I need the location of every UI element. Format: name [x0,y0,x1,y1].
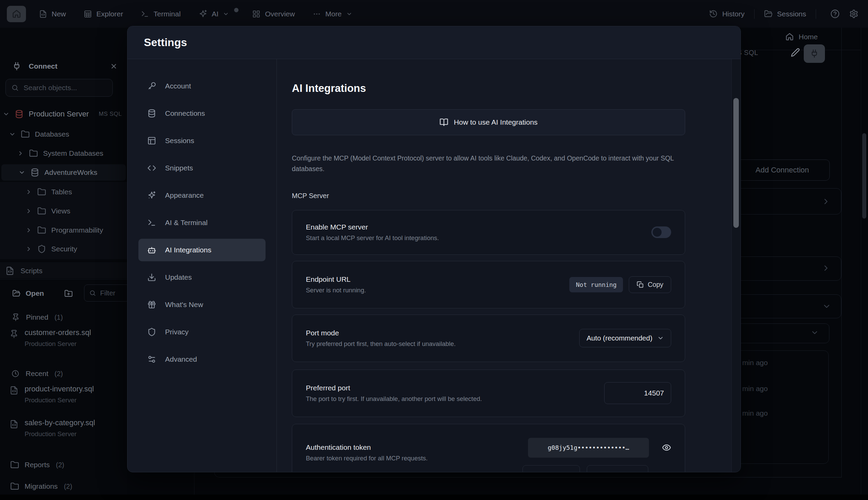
help-icon[interactable] [831,9,839,19]
chevron-right-icon[interactable] [25,227,32,234]
scripts-label: Scripts [21,267,42,275]
filter-input[interactable] [100,289,127,297]
chevron-right-icon[interactable] [25,246,32,252]
scripts-section-header[interactable]: Scripts [0,263,127,279]
object-search[interactable] [5,79,113,96]
code-icon [147,163,156,172]
chevron-right-icon[interactable] [25,208,32,215]
tree-item-adventureworks[interactable]: AdventureWorks [1,164,126,181]
nav-item-whats-new[interactable]: What's New [138,293,266,316]
token-action-button[interactable] [587,465,648,472]
close-icon[interactable] [110,62,118,70]
new-label: New [52,10,66,18]
port-mode-select[interactable]: Auto (recommended) [579,329,671,347]
connect-plug-button[interactable] [804,44,825,63]
token-action-button[interactable] [523,465,580,472]
eye-icon[interactable] [662,443,671,452]
list-item-product-inventory[interactable]: product-inventory.sql Production Server [0,385,127,404]
preferred-port-input[interactable]: 14507 [604,382,671,404]
modal-scrollbar-track[interactable] [731,59,741,472]
divider [741,50,861,50]
chevron-right-icon[interactable] [25,189,32,195]
plug-icon [12,62,21,71]
nav-label: Updates [165,273,192,281]
recent-count: (2) [55,370,63,378]
card-auth-token: Authentication token Bearer token requir… [292,424,685,472]
database-icon [147,109,156,118]
modal-title: Settings [144,36,187,49]
nav-item-advanced[interactable]: Advanced [138,348,266,371]
gear-icon[interactable] [849,9,858,19]
nav-item-privacy[interactable]: Privacy [138,321,266,343]
settings-content: AI Integrations How to use AI Integratio… [277,59,741,472]
page-scrollbar-thumb[interactable] [862,133,866,219]
tree-item-programmability[interactable]: Programmability [0,222,127,238]
nav-item-connections[interactable]: Connections [138,102,266,125]
tree-item-system-databases[interactable]: System Databases [0,145,127,161]
folder-migrations[interactable]: Migrations (2) [0,478,127,495]
chevron-down-icon[interactable] [3,111,10,117]
database-icon [31,168,39,177]
chevron-right-icon [822,264,831,273]
tree-item-tables[interactable]: Tables [0,184,127,200]
explorer-button[interactable]: Explorer [84,10,123,18]
divider [0,279,127,280]
nav-item-updates[interactable]: Updates [138,266,266,288]
nav-item-account[interactable]: Account [138,75,266,97]
more-menu-button[interactable]: More [313,10,352,18]
server-type-badge: MS SQL [99,111,122,117]
pinned-section-header[interactable]: Pinned (1) [0,309,127,326]
nav-label: Sessions [165,137,194,145]
terminal-label: Terminal [154,10,180,18]
enable-mcp-toggle[interactable] [651,226,671,238]
terminal-button[interactable]: Terminal [141,10,180,18]
howto-button[interactable]: How to use AI Integrations [292,109,685,135]
setting-description: Try preferred port first, then auto-sele… [306,340,456,348]
history-label: History [722,10,744,18]
tree-item-production-server[interactable]: Production Server MS SQL [0,106,127,122]
overview-button[interactable]: Overview [252,10,295,18]
terminal-icon [141,10,149,18]
tree-item-views[interactable]: Views [0,203,127,219]
chevron-right-icon[interactable] [17,150,24,157]
new-button[interactable]: New [39,10,66,18]
folder-reports[interactable]: Reports (2) [0,457,127,473]
chevron-down-icon[interactable] [19,169,25,176]
chevron-down-icon[interactable] [9,131,16,138]
filter-box[interactable] [84,284,127,302]
new-folder-icon[interactable] [64,289,73,298]
recent-section-header[interactable]: Recent (2) [0,365,127,382]
new-file-icon [39,10,47,18]
history-button[interactable]: History [709,10,744,18]
modal-scrollbar-thumb[interactable] [733,98,739,228]
nav-item-ai-terminal[interactable]: AI & Terminal [138,212,266,234]
add-connection-label: Add Connection [756,166,809,174]
card-enable-mcp: Enable MCP server Start a local MCP serv… [292,210,685,255]
nav-item-appearance[interactable]: Appearance [138,184,266,207]
open-button[interactable]: Open [26,289,44,297]
connect-header: Connect [0,58,127,75]
howto-label: How to use AI Integrations [454,118,537,126]
home-button[interactable] [7,6,26,22]
copy-button[interactable]: Copy [629,276,671,293]
nav-item-ai-integrations[interactable]: AI Integrations [138,239,266,261]
sessions-button[interactable]: Sessions [764,10,806,18]
pinned-label: Pinned [26,313,48,321]
setting-description: The port to try first. If unavailable, a… [306,395,482,403]
bot-icon [147,246,156,254]
tree-item-databases[interactable]: Databases [0,126,127,143]
list-item-sales-by-category[interactable]: sales-by-category.sql Production Server [0,418,127,438]
ellipsis-icon [313,10,321,18]
ai-menu-button[interactable]: AI [199,10,239,19]
nav-item-sessions[interactable]: Sessions [138,129,266,152]
setting-title: Port mode [306,329,456,337]
folder-icon [29,149,38,158]
breadcrumb-home[interactable]: Home [785,32,818,41]
download-icon [147,273,156,282]
nav-item-snippets[interactable]: Snippets [138,157,266,179]
search-input[interactable] [24,84,107,92]
list-item-customer-orders[interactable]: customer-orders.sql Production Server [0,328,127,348]
add-connection-button[interactable]: Add Connection [735,159,830,181]
tree-item-security[interactable]: Security [0,241,127,257]
edit-pencil-icon[interactable] [791,48,800,57]
